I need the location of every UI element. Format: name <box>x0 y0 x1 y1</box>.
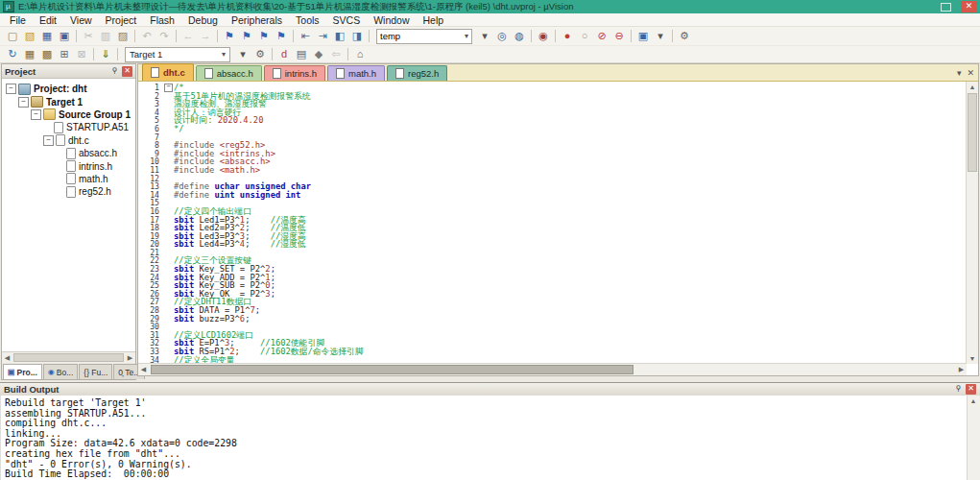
editor-tab-math.h[interactable]: math.h <box>327 65 385 81</box>
nav-back-icon[interactable]: ← <box>179 29 197 43</box>
scroll-thumb[interactable] <box>968 93 977 172</box>
find-next-dropdown-icon[interactable]: ▾ <box>476 29 493 43</box>
scroll-up-icon[interactable]: ▲ <box>968 396 979 406</box>
code-line[interactable]: 27//定义DHT11数据口 <box>138 298 967 306</box>
pin-icon[interactable]: ⚲ <box>109 66 120 77</box>
project-tab[interactable]: ▣Pro... <box>3 364 42 379</box>
rebuild-all-icon[interactable]: ▩ <box>38 47 56 61</box>
search-box[interactable]: ▾ <box>376 29 472 44</box>
find-in-files-icon[interactable]: ◎ <box>493 29 511 43</box>
start-debug-icon[interactable]: d <box>275 47 293 61</box>
save-all-icon[interactable]: ▣ <box>56 29 73 43</box>
close-panel-icon[interactable]: ✕ <box>966 384 976 395</box>
pin-icon[interactable]: ⚲ <box>953 384 964 395</box>
tab-list-dropdown-icon[interactable]: ▾ <box>957 68 962 78</box>
scroll-thumb[interactable] <box>13 353 124 362</box>
breakpoint-toggle-icon[interactable]: ● <box>559 29 576 43</box>
breakpoint-kill-all-icon[interactable]: ⊖ <box>610 29 628 43</box>
batch-build-icon[interactable]: ⊞ <box>56 47 73 61</box>
code-line[interactable]: 3温湿度检测、温湿度报警 <box>138 100 967 108</box>
menu-project[interactable]: Project <box>99 14 144 26</box>
options-for-target-icon[interactable]: ⚙ <box>251 47 269 61</box>
save-icon[interactable]: ▦ <box>38 29 56 43</box>
download-flash-icon[interactable]: ⇓ <box>97 47 114 61</box>
close-window-button[interactable]: ✕ <box>961 1 977 12</box>
menu-file[interactable]: File <box>3 14 33 26</box>
pack-installer-icon[interactable]: ⌂ <box>351 47 369 61</box>
tree-item-target-1[interactable]: −Target 1 <box>2 95 135 108</box>
editor-tab-dht.c[interactable]: dht.c <box>142 63 194 81</box>
scroll-left-icon[interactable]: ◀ <box>2 354 12 362</box>
tree-item-absacc.h[interactable]: absacc.h <box>2 147 135 159</box>
search-input[interactable] <box>377 31 462 42</box>
find-all-references-icon[interactable]: ◉ <box>535 29 552 43</box>
search-dropdown-icon[interactable]: ▾ <box>462 32 471 40</box>
code-line[interactable]: 11#include <math.h> <box>138 166 967 175</box>
code-line[interactable]: 6*/ <box>138 125 967 133</box>
menu-debug[interactable]: Debug <box>181 14 225 26</box>
window-dropdown-icon[interactable]: ▾ <box>652 29 669 43</box>
chevron-down-icon[interactable]: ▾ <box>218 50 229 59</box>
code-line[interactable]: 29sbit buzz=P3^6; <box>138 315 967 324</box>
menu-svcs[interactable]: SVCS <box>326 14 368 26</box>
open-file-icon[interactable]: ▧ <box>21 29 38 43</box>
menu-window[interactable]: Window <box>367 14 416 26</box>
stop-build-icon[interactable]: ⊠ <box>73 47 90 61</box>
close-panel-icon[interactable]: ✕ <box>122 66 132 77</box>
editor-tab-reg52.h[interactable]: reg52.h <box>387 65 447 81</box>
restore-window-button[interactable] <box>941 3 951 12</box>
expander-icon[interactable]: − <box>31 109 41 120</box>
scroll-up-icon[interactable]: ▲ <box>967 82 978 92</box>
undo-icon[interactable]: ↶ <box>138 29 155 43</box>
bookmark-next-icon[interactable]: ⚑ <box>255 29 273 43</box>
menu-peripherals[interactable]: Peripherals <box>225 14 289 26</box>
target-dropdown-icon[interactable]: ▾ <box>234 47 251 61</box>
breakpoint-enable-icon[interactable]: ○ <box>576 29 593 43</box>
configure-tools-icon[interactable]: ⚙ <box>676 29 693 43</box>
analysis-window-icon[interactable]: ◆ <box>310 47 327 61</box>
comment-selection-icon[interactable]: ◧ <box>331 29 348 43</box>
uncomment-selection-icon[interactable]: ◨ <box>348 29 366 43</box>
editor-vscrollbar[interactable]: ▲ ▼ <box>966 82 978 364</box>
scroll-right-icon[interactable]: ▶ <box>956 366 967 373</box>
tree-item-intrins.h[interactable]: intrins.h <box>2 159 135 172</box>
redo-icon[interactable]: ↷ <box>155 29 173 43</box>
scroll-left-icon[interactable]: ◀ <box>138 366 149 373</box>
functions-tab[interactable]: {} Fu... <box>79 364 112 379</box>
memory-window-icon[interactable]: ▤ <box>293 47 310 61</box>
build-output-text[interactable]: Rebuild target 'Target 1' assembling STA… <box>0 396 968 480</box>
expander-icon[interactable]: − <box>43 135 54 146</box>
menu-flash[interactable]: Flash <box>143 14 181 26</box>
project-hscrollbar[interactable]: ◀ ▶ <box>2 351 135 363</box>
code-line[interactable]: 28sbit DATA = P1^7; <box>138 306 967 315</box>
scroll-thumb[interactable] <box>151 365 633 374</box>
code-line[interactable]: 10#include <absacc.h> <box>138 157 967 166</box>
build-icon[interactable]: ▦ <box>21 47 38 61</box>
tree-item-source-group-1[interactable]: −Source Group 1 <box>2 108 135 121</box>
expander-icon[interactable]: − <box>6 84 16 94</box>
bookmark-prev-icon[interactable]: ⚑ <box>238 29 255 43</box>
close-document-icon[interactable]: ✕ <box>967 68 974 78</box>
books-tab[interactable]: ◉Bo... <box>43 364 78 379</box>
incremental-find-icon[interactable]: ◍ <box>511 29 528 43</box>
copy-icon[interactable]: ▥ <box>97 29 114 43</box>
nav-forward-icon[interactable]: → <box>197 29 214 43</box>
code-line[interactable]: 14#define uint unsigned int <box>138 191 967 200</box>
scroll-right-icon[interactable]: ▶ <box>125 354 135 362</box>
target-select[interactable]: Target 1▾ <box>125 47 230 62</box>
current-window-icon[interactable]: ▣ <box>634 29 652 43</box>
code-line[interactable]: 26sbit Key_OK = P2^3; <box>138 290 967 299</box>
tree-item-dht.c[interactable]: −dht.c <box>2 134 135 147</box>
expander-icon[interactable]: − <box>18 97 29 108</box>
breakpoint-disable-all-icon[interactable]: ⊘ <box>593 29 610 43</box>
code-line[interactable]: 5设计时间: 2020.4.20 <box>138 116 967 125</box>
bookmark-toggle-icon[interactable]: ⚑ <box>221 29 238 43</box>
tree-item-startup.a51[interactable]: STARTUP.A51 <box>2 121 135 133</box>
code-line[interactable]: 20sbit Led4=P3^4; //湿度低 <box>138 240 967 249</box>
menu-view[interactable]: View <box>63 14 99 26</box>
indent-icon[interactable]: ⇥ <box>314 29 331 43</box>
paste-icon[interactable]: ▨ <box>114 29 131 43</box>
code-line[interactable]: 21 <box>138 249 967 257</box>
editor-hscrollbar[interactable]: ◀ ▶ <box>138 363 967 375</box>
unindent-icon[interactable]: ⇤ <box>297 29 314 43</box>
